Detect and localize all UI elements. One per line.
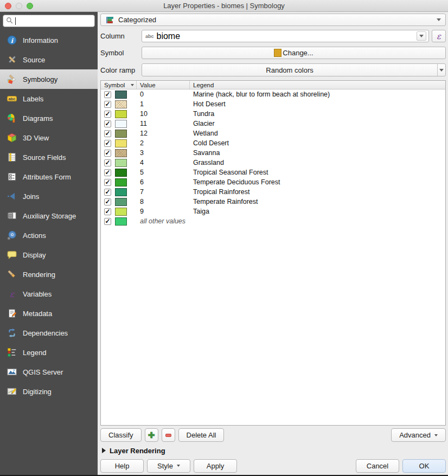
value-cell[interactable]: 6 bbox=[137, 178, 190, 186]
sidebar-item-information[interactable]: iInformation bbox=[0, 30, 98, 50]
category-row[interactable]: ✓8Temperate Rainforest bbox=[101, 197, 445, 207]
category-checkbox[interactable]: ✓ bbox=[104, 130, 111, 137]
symbol-change-button[interactable]: Change... bbox=[142, 47, 446, 59]
category-color-swatch[interactable] bbox=[115, 100, 127, 108]
category-color-swatch[interactable] bbox=[115, 178, 127, 186]
apply-button[interactable]: Apply bbox=[194, 459, 237, 473]
remove-category-button[interactable] bbox=[162, 428, 175, 442]
legend-cell[interactable]: Temperate Deciduous Forest bbox=[190, 178, 445, 186]
category-checkbox[interactable]: ✓ bbox=[104, 169, 111, 176]
value-cell[interactable]: 2 bbox=[137, 139, 190, 147]
value-cell[interactable]: 5 bbox=[137, 169, 190, 176]
category-checkbox[interactable]: ✓ bbox=[104, 218, 111, 225]
column-header-value[interactable]: Value bbox=[137, 81, 190, 89]
classify-button[interactable]: Classify bbox=[100, 428, 142, 442]
category-row[interactable]: ✓2Cold Desert bbox=[101, 138, 445, 148]
legend-cell[interactable]: Hot Desert bbox=[190, 100, 445, 108]
delete-all-button[interactable]: Delete All bbox=[178, 428, 225, 442]
sidebar-item-qgis-server[interactable]: QGIS Server bbox=[0, 362, 98, 382]
category-row[interactable]: ✓1Hot Desert bbox=[101, 99, 445, 109]
value-cell[interactable]: 10 bbox=[137, 110, 190, 118]
category-row[interactable]: ✓10Tundra bbox=[101, 109, 445, 119]
value-cell[interactable]: 3 bbox=[137, 149, 190, 157]
category-checkbox[interactable]: ✓ bbox=[104, 150, 111, 157]
sidebar-item-actions[interactable]: Actions bbox=[0, 226, 98, 245]
sidebar-item-source-fields[interactable]: Source Fields bbox=[0, 147, 98, 167]
sidebar-item-display[interactable]: Display bbox=[0, 245, 98, 265]
sidebar-item-symbology[interactable]: Symbology bbox=[0, 69, 98, 89]
category-checkbox[interactable]: ✓ bbox=[104, 111, 111, 118]
sidebar-item-metadata[interactable]: Metadata bbox=[0, 304, 98, 323]
help-button[interactable]: Help bbox=[100, 459, 144, 473]
add-category-button[interactable]: ✚ bbox=[145, 428, 158, 442]
legend-cell[interactable]: Tundra bbox=[190, 110, 445, 118]
sidebar-item-legend[interactable]: Legend bbox=[0, 343, 98, 362]
category-checkbox[interactable]: ✓ bbox=[104, 208, 111, 215]
value-cell[interactable]: 4 bbox=[137, 159, 190, 166]
sidebar-item-diagrams[interactable]: Diagrams bbox=[0, 108, 98, 128]
sidebar-item-source[interactable]: Source bbox=[0, 50, 98, 69]
category-color-swatch[interactable] bbox=[115, 198, 127, 206]
category-row[interactable]: ✓3Savanna bbox=[101, 148, 445, 158]
category-row[interactable]: ✓7Tropical Rainforest bbox=[101, 187, 445, 197]
value-cell[interactable]: 1 bbox=[137, 100, 190, 108]
category-row[interactable]: ✓6Temperate Deciduous Forest bbox=[101, 177, 445, 187]
category-color-swatch[interactable] bbox=[115, 91, 127, 99]
chevron-down-icon[interactable] bbox=[417, 31, 426, 41]
value-cell[interactable]: 12 bbox=[137, 130, 190, 137]
color-ramp-select[interactable]: Random colors bbox=[142, 63, 446, 76]
category-row[interactable]: ✓11Glacier bbox=[101, 119, 445, 128]
ok-button[interactable]: OK bbox=[402, 459, 446, 473]
sidebar-item-attributes-form[interactable]: Attributes Form bbox=[0, 167, 98, 186]
sidebar-item-labels[interactable]: abcLabels bbox=[0, 89, 98, 108]
legend-cell[interactable]: Marine (hack, blur to form beach at shor… bbox=[190, 91, 445, 98]
value-cell[interactable]: 9 bbox=[137, 208, 190, 215]
value-cell[interactable]: 11 bbox=[137, 120, 190, 127]
legend-cell[interactable]: Glacier bbox=[190, 120, 445, 127]
legend-cell[interactable]: Wetland bbox=[190, 130, 445, 137]
category-row[interactable]: ✓4Grassland bbox=[101, 158, 445, 168]
sidebar-item-joins[interactable]: Joins bbox=[0, 186, 98, 206]
legend-cell[interactable]: Savanna bbox=[190, 149, 445, 157]
category-color-swatch[interactable] bbox=[115, 149, 127, 157]
category-color-swatch[interactable] bbox=[115, 169, 127, 177]
sidebar-item-variables[interactable]: εVariables bbox=[0, 284, 98, 304]
category-color-swatch[interactable] bbox=[115, 130, 127, 138]
column-header-legend[interactable]: Legend bbox=[190, 81, 445, 89]
advanced-button[interactable]: Advanced bbox=[391, 428, 446, 442]
category-checkbox[interactable]: ✓ bbox=[104, 189, 111, 196]
category-checkbox[interactable]: ✓ bbox=[104, 140, 111, 147]
category-checkbox[interactable]: ✓ bbox=[104, 101, 111, 108]
category-checkbox[interactable]: ✓ bbox=[104, 198, 111, 205]
category-color-swatch[interactable] bbox=[115, 110, 127, 118]
layer-rendering-section[interactable]: Layer Rendering bbox=[100, 446, 446, 455]
sidebar-search-input[interactable] bbox=[3, 15, 95, 27]
column-header-symbol[interactable]: Symbol bbox=[101, 81, 137, 89]
category-row[interactable]: ✓5Tropical Seasonal Forest bbox=[101, 168, 445, 177]
category-color-swatch[interactable] bbox=[115, 139, 127, 147]
legend-cell[interactable]: Taiga bbox=[190, 208, 445, 215]
value-cell[interactable]: 7 bbox=[137, 188, 190, 196]
category-color-swatch[interactable] bbox=[115, 208, 127, 216]
category-color-swatch[interactable] bbox=[115, 120, 127, 128]
column-select[interactable]: abc biome bbox=[142, 30, 429, 42]
legend-cell[interactable]: Grassland bbox=[190, 159, 445, 166]
category-row[interactable]: ✓all other values bbox=[101, 216, 445, 226]
legend-cell[interactable]: Temperate Rainforest bbox=[190, 198, 445, 205]
legend-cell[interactable]: Tropical Rainforest bbox=[190, 188, 445, 196]
category-color-swatch[interactable] bbox=[115, 188, 127, 196]
sidebar-item-rendering[interactable]: Rendering bbox=[0, 265, 98, 284]
expression-builder-button[interactable]: ε bbox=[432, 30, 446, 42]
style-button[interactable]: Style bbox=[147, 459, 190, 473]
category-checkbox[interactable]: ✓ bbox=[104, 91, 111, 98]
sidebar-item-auxiliary-storage[interactable]: Auxiliary Storage bbox=[0, 206, 98, 226]
category-checkbox[interactable]: ✓ bbox=[104, 159, 111, 166]
legend-cell[interactable]: Tropical Seasonal Forest bbox=[190, 169, 445, 176]
legend-cell[interactable]: Cold Desert bbox=[190, 139, 445, 147]
renderer-select[interactable]: Categorized bbox=[100, 14, 446, 26]
sidebar-item-dependencies[interactable]: Dependencies bbox=[0, 323, 98, 343]
chevron-down-icon[interactable] bbox=[437, 64, 445, 76]
category-color-swatch[interactable] bbox=[115, 159, 127, 167]
category-row[interactable]: ✓0Marine (hack, blur to form beach at sh… bbox=[101, 89, 445, 99]
cancel-button[interactable]: Cancel bbox=[356, 459, 399, 473]
